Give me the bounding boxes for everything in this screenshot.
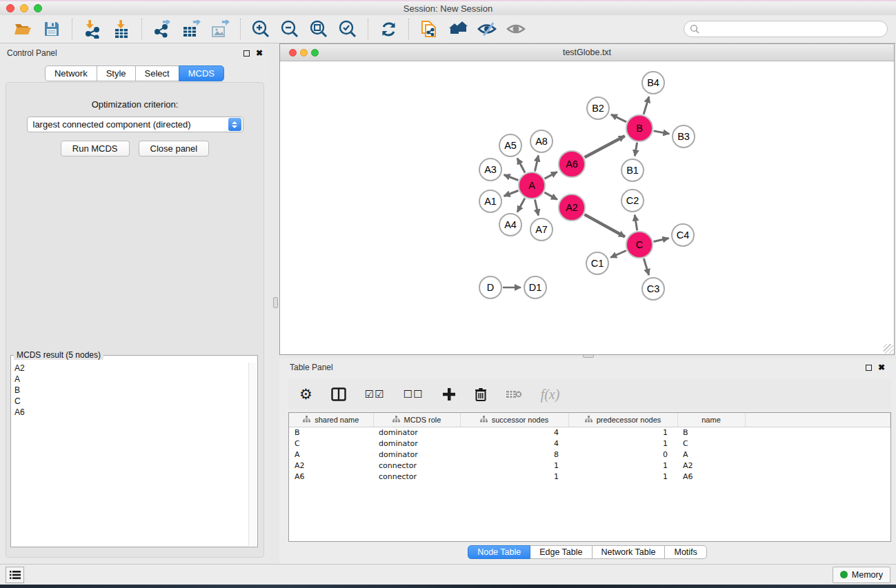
edge-B-B3[interactable]: [654, 131, 670, 134]
edge-A6-B[interactable]: [585, 136, 625, 157]
edge-A-A1[interactable]: [504, 191, 519, 196]
result-scrollbar[interactable]: [248, 363, 257, 546]
column-header-predecessor-nodes[interactable]: predecessor nodes: [568, 413, 677, 427]
table-row[interactable]: Bdominator41B: [289, 427, 890, 438]
node-A1[interactable]: A1: [479, 190, 502, 213]
zoom-in-icon[interactable]: [246, 18, 275, 40]
edge-A-A6[interactable]: [545, 172, 557, 179]
refresh-icon[interactable]: [374, 18, 403, 40]
node-A4[interactable]: A4: [499, 213, 522, 236]
node-B3[interactable]: B3: [672, 125, 695, 148]
node-C3[interactable]: C3: [641, 277, 665, 301]
search-input[interactable]: [704, 24, 882, 34]
node-B4[interactable]: B4: [641, 71, 665, 94]
import-network-icon[interactable]: [78, 18, 107, 40]
edge-C-C2[interactable]: [635, 215, 637, 231]
edge-C-C3[interactable]: [644, 258, 648, 275]
mcds-result-item[interactable]: A2: [12, 363, 248, 374]
node-B[interactable]: B: [626, 114, 653, 142]
open-file-icon[interactable]: [8, 18, 37, 40]
node-D1[interactable]: D1: [524, 276, 547, 299]
edge-A-A2[interactable]: [544, 192, 557, 199]
delete-table-icon[interactable]: [506, 389, 522, 400]
run-mcds-button[interactable]: Run MCDS: [61, 141, 130, 156]
node-A8[interactable]: A8: [530, 130, 553, 153]
net-zoom-button[interactable]: [311, 49, 319, 57]
edge-A-A4[interactable]: [517, 198, 525, 212]
zoom-window-button[interactable]: [34, 4, 42, 12]
node-A2[interactable]: A2: [558, 194, 586, 221]
home-icon[interactable]: [444, 18, 472, 40]
net-minimize-button[interactable]: [300, 49, 308, 57]
search-field[interactable]: [684, 21, 888, 37]
node-D[interactable]: D: [479, 276, 502, 299]
function-icon[interactable]: f(x): [541, 387, 560, 403]
mcds-result-item[interactable]: A: [12, 374, 248, 385]
import-table-icon[interactable]: [107, 18, 136, 40]
close-window-button[interactable]: [6, 4, 14, 12]
table-row[interactable]: A2connector11A2: [289, 460, 890, 471]
select-all-icon[interactable]: ☑☑: [365, 388, 385, 401]
column-icon[interactable]: [331, 387, 346, 401]
column-header-MCDS-role[interactable]: MCDS role: [373, 413, 460, 427]
edge-A-A3[interactable]: [504, 175, 519, 181]
node-A5[interactable]: A5: [499, 134, 522, 157]
node-C2[interactable]: C2: [621, 189, 644, 212]
edge-B-B4[interactable]: [644, 97, 649, 114]
node-A7[interactable]: A7: [530, 218, 553, 241]
tab-edge-table[interactable]: Edge Table: [530, 545, 592, 559]
copy-network-icon[interactable]: [415, 18, 444, 40]
network-canvas[interactable]: B4B2BB3A5A8A6A3B1AA1C2A2A4A7C4CC1C3DD1: [280, 61, 894, 354]
close-panel-icon[interactable]: ✖: [256, 49, 263, 57]
edge-C-C1[interactable]: [610, 250, 626, 257]
close-table-panel-icon[interactable]: ✖: [878, 363, 885, 372]
edge-B-B2[interactable]: [611, 114, 626, 122]
vertical-splitter-handle[interactable]: [273, 297, 278, 308]
zoom-selected-icon[interactable]: [333, 18, 362, 40]
node-C[interactable]: C: [626, 231, 653, 258]
table-header-row[interactable]: shared nameMCDS rolesuccessor nodesprede…: [289, 413, 890, 427]
eye-icon[interactable]: [501, 18, 530, 40]
net-close-button[interactable]: [289, 49, 297, 57]
criterion-dropdown[interactable]: largest connected component (directed): [27, 116, 243, 132]
network-window-titlebar[interactable]: testGlobe.txt: [280, 44, 894, 61]
tab-select[interactable]: Select: [135, 65, 179, 81]
table-row[interactable]: Cdominator41C: [289, 438, 890, 449]
export-image-icon[interactable]: [206, 18, 235, 40]
node-A[interactable]: A: [518, 172, 546, 199]
tab-mcds[interactable]: MCDS: [179, 65, 224, 81]
edge-A-A5[interactable]: [517, 159, 525, 173]
float-panel-icon[interactable]: [243, 50, 250, 57]
node-C4[interactable]: C4: [671, 223, 695, 247]
tab-motifs[interactable]: Motifs: [664, 545, 706, 559]
edge-C-C4[interactable]: [653, 239, 668, 242]
mcds-result-item[interactable]: B: [12, 385, 248, 396]
node-C1[interactable]: C1: [586, 252, 609, 275]
mcds-result-list[interactable]: A2ABCA6: [12, 363, 248, 546]
node-B2[interactable]: B2: [586, 97, 610, 120]
column-header-shared-name[interactable]: shared name: [289, 413, 373, 427]
edge-A2-C[interactable]: [584, 214, 625, 236]
edge-A-A7[interactable]: [535, 200, 538, 216]
tab-style[interactable]: Style: [97, 65, 136, 81]
zoom-fit-icon[interactable]: [304, 18, 333, 40]
float-table-panel-icon[interactable]: [866, 365, 872, 371]
tab-network-table[interactable]: Network Table: [592, 545, 666, 559]
node-A3[interactable]: A3: [479, 158, 502, 181]
close-panel-button[interactable]: Close panel: [139, 141, 210, 156]
node-A6[interactable]: A6: [558, 150, 586, 178]
save-session-icon[interactable]: [37, 18, 66, 40]
gear-icon[interactable]: ⚙: [299, 387, 312, 402]
column-header-successor-nodes[interactable]: successor nodes: [460, 413, 568, 427]
node-B1[interactable]: B1: [621, 159, 644, 182]
edge-B-B1[interactable]: [635, 143, 637, 156]
unselect-all-icon[interactable]: ☐☐: [404, 388, 424, 401]
hide-eye-icon[interactable]: [472, 18, 501, 40]
task-history-button[interactable]: [6, 567, 24, 583]
column-header-name[interactable]: name: [677, 413, 745, 427]
mcds-result-item[interactable]: C: [12, 396, 248, 407]
table-row[interactable]: A6connector11A6: [289, 471, 890, 482]
trash-icon[interactable]: [475, 387, 487, 402]
add-icon[interactable]: [442, 387, 456, 401]
table-row[interactable]: Adominator80A: [289, 449, 890, 460]
